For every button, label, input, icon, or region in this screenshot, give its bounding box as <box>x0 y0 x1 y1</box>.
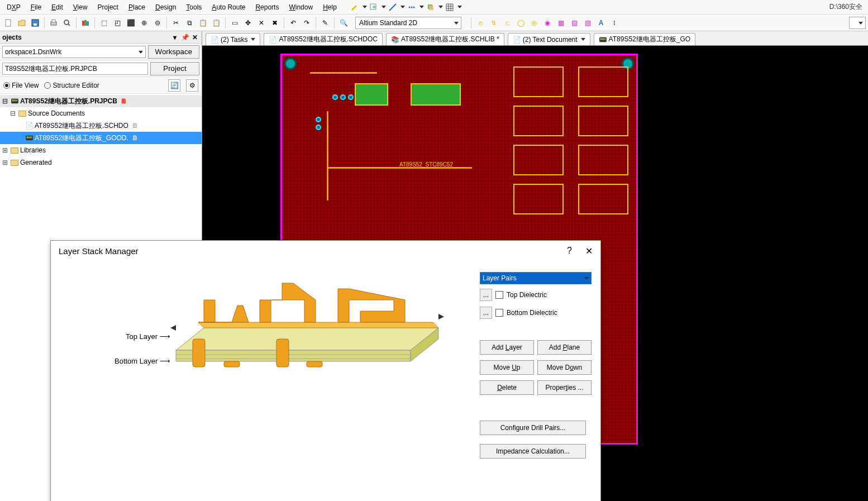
menu-place[interactable]: Place <box>124 2 150 13</box>
project-button[interactable]: Project <box>150 62 199 75</box>
workspace-button[interactable]: Workspace <box>148 45 199 59</box>
tab-pcb[interactable]: 📟AT89S52继电器工控板_GO <box>594 33 695 45</box>
deselect-icon[interactable]: ✕ <box>255 17 268 29</box>
paste-special-icon[interactable]: 📋 <box>210 17 222 29</box>
close-icon[interactable]: ✕ <box>585 246 593 256</box>
via2-icon[interactable]: ◎ <box>528 17 540 29</box>
select-rect-icon[interactable]: ▭ <box>228 17 241 29</box>
tree-gen[interactable]: ⊞ Generated <box>0 156 202 169</box>
svg-marker-19 <box>198 322 438 328</box>
menu-window[interactable]: Window <box>284 2 317 13</box>
svg-rect-26 <box>307 361 322 367</box>
help-icon[interactable]: ? <box>567 246 572 256</box>
settings-icon[interactable]: ⚙ <box>186 79 198 92</box>
via-icon[interactable]: ◯ <box>514 17 527 29</box>
menu-help[interactable]: Help <box>318 2 341 13</box>
delete-button[interactable]: Delete <box>480 380 534 395</box>
menu-tools[interactable]: Tools <box>182 2 206 13</box>
menu-project[interactable]: Project <box>93 2 123 13</box>
tree-doc2-selected[interactable]: 📟AT89S52继电器工控板_GOOD. 🗎 <box>0 132 202 144</box>
svg-point-3 <box>411 6 412 8</box>
top-dielectric-browse[interactable]: ... <box>480 289 492 301</box>
bottom-dielectric-checkbox[interactable] <box>495 309 503 317</box>
end-combo[interactable] <box>849 17 866 29</box>
layers-icon[interactable] <box>426 2 436 12</box>
grid-add-icon[interactable]: + <box>369 2 379 12</box>
zoom-select-icon[interactable]: ⬛ <box>125 17 137 29</box>
dim-icon[interactable]: ⫶ <box>608 17 621 29</box>
menu-view[interactable]: View <box>69 2 92 13</box>
paste-icon[interactable]: 📋 <box>197 17 209 29</box>
zoom-area-icon[interactable]: ⬚ <box>98 17 110 29</box>
cut-icon[interactable]: ✂ <box>170 17 182 29</box>
svg-rect-21 <box>276 339 289 367</box>
poly-icon[interactable]: ▨ <box>568 17 580 29</box>
file-view-radio[interactable]: File View <box>3 82 39 89</box>
dropdown-icon[interactable]: ▾ <box>170 33 179 42</box>
save-icon[interactable] <box>29 17 41 29</box>
tab-schlib[interactable]: 📚AT89S52继电器工控板.SCHLIB * <box>386 33 504 45</box>
properties-button[interactable]: Properties ... <box>537 380 592 395</box>
browse-icon[interactable]: 🔍 <box>337 17 350 29</box>
add-plane-button[interactable]: Add Plane <box>537 340 592 355</box>
open-icon[interactable] <box>16 17 28 29</box>
add-layer-button[interactable]: Add Layer <box>480 340 534 355</box>
route3-icon[interactable]: ⎌ <box>501 17 513 29</box>
clear-icon[interactable]: ✖ <box>269 17 281 29</box>
route2-icon[interactable]: ↯ <box>488 17 500 29</box>
close-panel-icon[interactable]: ✕ <box>190 33 199 42</box>
wand-icon[interactable]: ✎ <box>319 17 331 29</box>
configure-drill-button[interactable]: Configure Drill Pairs... <box>480 421 586 435</box>
region-icon[interactable]: ▧ <box>581 17 594 29</box>
tab-textdoc[interactable]: 📄(2) Text Document <box>508 33 590 45</box>
move-down-button[interactable]: Move Down <box>537 360 592 375</box>
pencil-icon[interactable] <box>350 2 360 12</box>
tab-schdoc[interactable]: 📄AT89S52继电器工控板.SCHDOC <box>264 33 382 45</box>
redo-icon[interactable]: ↷ <box>301 17 313 29</box>
line-icon[interactable] <box>388 2 398 12</box>
menu-design[interactable]: Design <box>151 2 180 13</box>
zoom-in-icon[interactable]: ⊕ <box>138 17 150 29</box>
fill-icon[interactable]: ▦ <box>555 17 567 29</box>
pad-icon[interactable]: ◉ <box>541 17 554 29</box>
preview-icon[interactable] <box>61 17 73 29</box>
view-mode-combo[interactable]: Altium Standard 2D <box>355 17 461 29</box>
svg-point-12 <box>64 20 69 25</box>
structure-editor-radio[interactable]: Structure Editor <box>44 82 99 89</box>
svg-rect-6 <box>429 6 433 10</box>
zoom-fit-icon[interactable]: ◰ <box>111 17 123 29</box>
tree-doc1[interactable]: 📄AT89S52继电器工控板.SCHDO 🗎 <box>0 120 202 132</box>
bottom-dielectric-browse[interactable]: ... <box>480 307 492 319</box>
menu-file[interactable]: File <box>26 2 46 13</box>
project-textbox[interactable]: T89S52继电器工控板.PRJPCB <box>2 63 148 75</box>
print-icon[interactable] <box>47 17 60 29</box>
move-icon[interactable]: ✥ <box>242 17 254 29</box>
zoom-out-icon[interactable]: ⊖ <box>151 17 164 29</box>
tree-src[interactable]: ⊟ Source Documents <box>0 107 202 120</box>
menu-reports[interactable]: Reports <box>251 2 283 13</box>
tree-root[interactable]: ⊟📟 AT89S52继电器工控板.PRJPCB 🗎 <box>0 95 202 107</box>
tree-lib[interactable]: ⊞ Libraries <box>0 144 202 156</box>
menu-edit[interactable]: Edit <box>47 2 68 13</box>
menu-autoroute[interactable]: Auto Route <box>207 2 250 13</box>
books-icon[interactable] <box>79 17 92 29</box>
menu-dxp[interactable]: DXP <box>2 2 25 13</box>
impedance-button[interactable]: Impedance Calculation... <box>480 444 586 459</box>
refresh-icon[interactable]: 🔄 <box>168 79 180 92</box>
text-icon[interactable]: A <box>595 17 607 29</box>
route-icon[interactable]: ⎋ <box>474 17 487 29</box>
grid-icon[interactable] <box>445 2 455 12</box>
new-icon[interactable] <box>2 17 15 29</box>
pin-icon[interactable]: 📌 <box>180 33 189 42</box>
dots-icon[interactable] <box>407 2 417 12</box>
layer-pairs-combo[interactable]: Layer Pairs <box>480 272 592 284</box>
move-up-button[interactable]: Move Up <box>480 360 534 375</box>
undo-icon[interactable]: ↶ <box>287 17 299 29</box>
workspace-combo[interactable]: orkspace1.DsnWrk <box>2 46 146 58</box>
top-dielectric-checkbox[interactable] <box>495 291 503 299</box>
svg-marker-16 <box>176 328 438 350</box>
tab-tasks[interactable]: 📄(2) Tasks <box>206 33 260 45</box>
layer-stack-manager-dialog: Layer Stack Manager ? ✕ Top Layer ⟶ Bott… <box>50 240 601 501</box>
svg-point-4 <box>413 6 414 8</box>
copy-icon[interactable]: ⧉ <box>183 17 195 29</box>
